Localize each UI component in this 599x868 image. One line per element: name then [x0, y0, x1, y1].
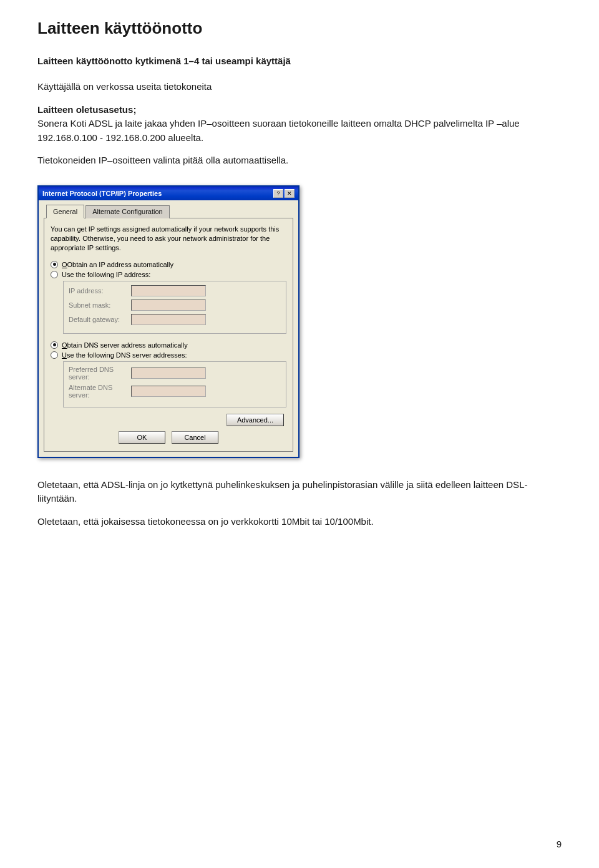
tab-alternate-config[interactable]: Alternate Configuration [85, 205, 170, 218]
dns-auto-label: Obtain DNS server address automatically [62, 341, 188, 349]
preferred-dns-input[interactable] [131, 368, 206, 379]
alternate-dns-row: Alternate DNS server: [69, 384, 281, 399]
tab-content: You can get IP settings assigned automat… [44, 218, 293, 452]
dialog-body: General Alternate Configuration You can … [39, 200, 298, 457]
close-button[interactable]: ✕ [285, 189, 295, 198]
para4: Oletetaan, että ADSL-linja on jo kytkett… [37, 478, 562, 506]
ip-auto-radio[interactable] [51, 261, 58, 268]
dialog-titlebar: Internet Protocol (TCP/IP) Properties ? … [39, 187, 298, 200]
subnet-mask-input[interactable] [131, 300, 206, 311]
ip-auto-radio-row[interactable]: OObtain an IP address automatically [51, 261, 286, 268]
ip-auto-label: OObtain an IP address automatically [62, 261, 173, 268]
tab-strip: General Alternate Configuration [44, 205, 293, 218]
dialog-title-icons: ? ✕ [273, 189, 295, 198]
default-gateway-row: Default gateway: [69, 314, 281, 325]
para2: Laitteen oletusasetus; Sonera Koti ADSL … [37, 103, 562, 145]
tcp-ip-dialog: Internet Protocol (TCP/IP) Properties ? … [37, 185, 300, 458]
subnet-mask-label: Subnet mask: [69, 301, 131, 309]
dialog-title-text: Internet Protocol (TCP/IP) Properties [42, 190, 162, 197]
dialog-container: Internet Protocol (TCP/IP) Properties ? … [37, 185, 562, 458]
para2-label: Laitteen oletusasetus; [37, 104, 136, 115]
advanced-button[interactable]: Advanced... [226, 414, 284, 426]
dns-manual-radio-row[interactable]: Use the following DNS server addresses: [51, 351, 286, 359]
ip-manual-radio-row[interactable]: Use the following IP address: [51, 271, 286, 278]
dialog-info-text: You can get IP settings assigned automat… [51, 225, 286, 253]
para2-body: Sonera Koti ADSL ja laite jakaa yhden IP… [37, 118, 520, 143]
dns-manual-radio[interactable] [51, 351, 58, 359]
ok-cancel-row: OK Cancel [51, 431, 286, 444]
ok-button[interactable]: OK [119, 431, 165, 444]
default-gateway-input[interactable] [131, 314, 206, 325]
ip-fields-section: IP address: Subnet mask: Default gateway… [63, 281, 286, 334]
cancel-button[interactable]: Cancel [172, 431, 218, 444]
dns-radio-group: Obtain DNS server address automatically … [51, 341, 286, 407]
page-number: 9 [557, 839, 562, 849]
dns-manual-label: Use the following DNS server addresses: [62, 351, 187, 359]
subtitle: Laitteen käyttöönotto kytkimenä 1–4 tai … [37, 56, 562, 66]
page-title: Laitteen käyttöönotto [37, 19, 562, 38]
dns-fields-section: Preferred DNS server: Alternate DNS serv… [63, 361, 286, 407]
ip-manual-radio[interactable] [51, 271, 58, 278]
ip-address-input[interactable] [131, 285, 206, 296]
tab-general[interactable]: General [46, 205, 84, 218]
preferred-dns-label: Preferred DNS server: [69, 366, 131, 381]
ip-manual-label: Use the following IP address: [62, 271, 150, 278]
ip-radio-group: OObtain an IP address automatically Use … [51, 261, 286, 334]
default-gateway-label: Default gateway: [69, 316, 131, 323]
dns-auto-radio[interactable] [51, 341, 58, 349]
para3: Tietokoneiden IP–osoitteen valinta pitää… [37, 154, 562, 168]
preferred-dns-row: Preferred DNS server: [69, 366, 281, 381]
advanced-row: Advanced... [51, 414, 286, 426]
ip-address-label: IP address: [69, 287, 131, 295]
para5: Oletetaan, että jokaisessa tietokoneessa… [37, 515, 562, 529]
para1: Käyttäjällä on verkossa useita tietokone… [37, 80, 562, 94]
ip-address-row: IP address: [69, 285, 281, 296]
alternate-dns-label: Alternate DNS server: [69, 384, 131, 399]
subnet-mask-row: Subnet mask: [69, 300, 281, 311]
help-button[interactable]: ? [273, 189, 283, 198]
dns-auto-radio-row[interactable]: Obtain DNS server address automatically [51, 341, 286, 349]
alternate-dns-input[interactable] [131, 386, 206, 397]
